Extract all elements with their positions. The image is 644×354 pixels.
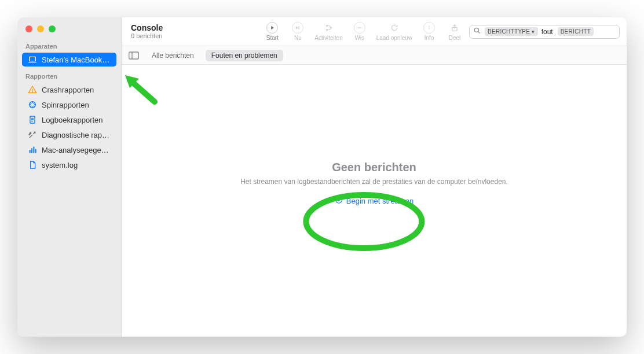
- zoom-window-button[interactable]: [49, 25, 56, 32]
- document-icon: [28, 115, 37, 124]
- branch-icon: [323, 22, 335, 34]
- share-button[interactable]: Deel: [446, 22, 463, 41]
- reload-button[interactable]: Laad opnieuw: [376, 22, 412, 41]
- sidebar-item-mac-analytics[interactable]: Mac-analysegege…: [22, 143, 116, 157]
- search-text: fout: [541, 28, 553, 36]
- svg-rect-15: [129, 52, 139, 59]
- share-icon: [448, 22, 461, 34]
- start-button[interactable]: Start: [264, 22, 281, 41]
- svg-point-12: [429, 26, 430, 27]
- sidebar: Apparaten Stefan's MacBook… Rapporten Cr…: [17, 17, 122, 337]
- minimize-window-button[interactable]: [37, 25, 44, 32]
- filter-bar: Alle berichten Fouten en problemen: [122, 46, 627, 65]
- svg-rect-7: [35, 149, 36, 153]
- play-icon: [266, 22, 278, 34]
- svg-point-14: [474, 28, 478, 32]
- empty-state-subtitle: Het streamen van logbestandberichten zal…: [240, 178, 508, 186]
- svg-point-1: [32, 91, 33, 92]
- window-subtitle: 0 berichten: [131, 32, 163, 40]
- clear-button[interactable]: Wis: [351, 22, 368, 41]
- toolbar: Console 0 berichten Start Nu Activiteite…: [122, 17, 627, 46]
- sidebar-item-system-log[interactable]: system.log: [22, 158, 116, 172]
- sidebar-item-crash-reports[interactable]: Crashrapporten: [22, 83, 116, 97]
- start-streaming-link[interactable]: Begin met streamen: [335, 196, 414, 206]
- empty-state-title: Geen berichten: [332, 161, 416, 174]
- sidebar-item-spin-reports[interactable]: Spinrapporten: [22, 98, 116, 112]
- content-area: Geen berichten Het streamen van logbesta…: [122, 65, 627, 337]
- skip-icon: [292, 22, 303, 34]
- window-controls: [17, 17, 121, 37]
- now-button[interactable]: Nu: [289, 22, 306, 41]
- svg-rect-5: [31, 148, 32, 153]
- chevron-down-icon: ▾: [532, 29, 535, 35]
- search-token-type[interactable]: BERICHTTYPE▾: [485, 27, 538, 36]
- chart-bar-icon: [28, 145, 37, 154]
- sidebar-item-label: Mac-analysegege…: [42, 146, 109, 154]
- sidebar-item-label: Diagnostische rap…: [42, 131, 109, 139]
- sidebar-item-label: Logboekrapporten: [42, 116, 103, 124]
- svg-point-11: [330, 27, 331, 28]
- play-circle-icon: [335, 196, 343, 206]
- sidebar-item-label: Crashrapporten: [42, 86, 94, 94]
- start-streaming-label: Begin met streamen: [346, 197, 414, 205]
- reload-icon: [388, 22, 401, 34]
- svg-rect-8: [299, 26, 299, 30]
- file-icon: [28, 160, 37, 169]
- spinner-icon: [28, 100, 37, 109]
- filter-tab-all[interactable]: Alle berichten: [146, 50, 200, 61]
- sidebar-item-log-reports[interactable]: Logboekrapporten: [22, 113, 116, 127]
- toolbar-buttons: Start Nu Activiteiten Wis Laad opnieuw: [264, 22, 463, 41]
- clear-icon: [354, 22, 365, 34]
- svg-point-9: [326, 25, 327, 26]
- sidebar-section-reports: Rapporten: [17, 67, 121, 82]
- sidebar-item-label: Spinrapporten: [42, 101, 89, 109]
- search-icon: [473, 27, 481, 36]
- sidebar-item-label: system.log: [42, 161, 78, 169]
- main-area: Console 0 berichten Start Nu Activiteite…: [122, 17, 627, 337]
- sidebar-toggle-button[interactable]: [127, 50, 140, 61]
- info-button[interactable]: Info: [420, 22, 438, 41]
- warning-triangle-icon: [28, 85, 37, 94]
- info-icon: [423, 22, 435, 34]
- laptop-icon: [28, 55, 37, 64]
- svg-rect-0: [30, 57, 36, 61]
- tools-icon: [28, 130, 37, 139]
- svg-point-10: [326, 29, 327, 30]
- svg-rect-4: [30, 150, 31, 153]
- title-block: Console 0 berichten: [129, 23, 163, 40]
- svg-rect-6: [33, 147, 34, 153]
- sidebar-item-device[interactable]: Stefan's MacBook…: [22, 53, 116, 67]
- search-token-trailing[interactable]: BERICHTT: [558, 27, 594, 36]
- sidebar-item-label: Stefan's MacBook…: [42, 56, 109, 64]
- close-window-button[interactable]: [25, 25, 32, 32]
- app-window: Apparaten Stefan's MacBook… Rapporten Cr…: [17, 17, 627, 337]
- search-field[interactable]: BERICHTTYPE▾ fout BERICHTT: [469, 25, 620, 39]
- sidebar-section-devices: Apparaten: [17, 37, 121, 52]
- sidebar-item-diagnostic-reports[interactable]: Diagnostische rap…: [22, 128, 116, 142]
- window-title: Console: [131, 23, 163, 33]
- activities-button[interactable]: Activiteiten: [314, 22, 342, 41]
- filter-tab-errors[interactable]: Fouten en problemen: [206, 50, 283, 61]
